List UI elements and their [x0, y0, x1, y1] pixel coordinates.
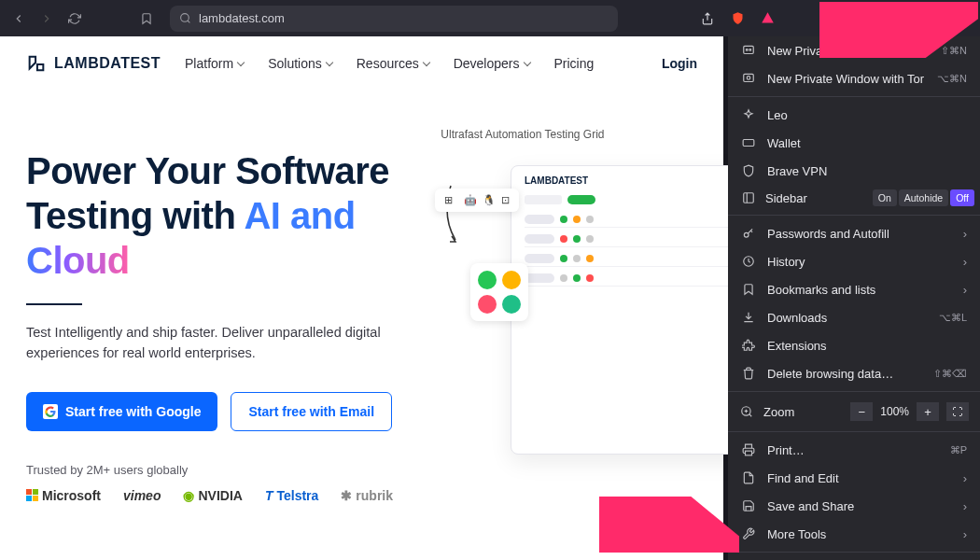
- shield-icon: [741, 163, 756, 178]
- key-icon: [741, 226, 756, 241]
- start-google-button[interactable]: Start free with Google: [26, 392, 217, 431]
- divider: [26, 303, 82, 305]
- svg-point-0: [181, 14, 189, 22]
- nav-developers[interactable]: Developers: [454, 56, 530, 71]
- partner-nvidia: ◉NVIDIA: [183, 488, 242, 503]
- svg-point-11: [747, 77, 750, 80]
- hero-subtitle: Test Intelligently and ship faster. Deli…: [26, 322, 418, 364]
- svg-marker-2: [762, 12, 774, 22]
- trusted-text: Trusted by 2M+ users globally: [26, 463, 431, 477]
- zoom-out-button[interactable]: −: [850, 402, 873, 421]
- tools-icon: [741, 526, 756, 541]
- bookmark-icon: [741, 282, 756, 297]
- menu-zoom: Zoom − 100% +: [728, 396, 980, 427]
- print-icon: [741, 442, 756, 457]
- puzzle-icon: [741, 338, 756, 353]
- menu-help[interactable]: Help›: [728, 556, 980, 560]
- sidebar-icon: [741, 190, 756, 205]
- nav-platform[interactable]: Platform: [185, 56, 244, 71]
- partner-logos: Microsoft vimeo ◉NVIDIA TTelstra ✱rubrik: [26, 488, 431, 503]
- menu-leo[interactable]: Leo: [728, 101, 980, 129]
- history-icon: [741, 254, 756, 269]
- browser-menu: New Private Window⇧⌘N New Private Window…: [728, 36, 980, 560]
- svg-line-1: [188, 21, 189, 22]
- document-icon: [741, 470, 756, 485]
- google-icon: [43, 404, 58, 419]
- svg-rect-12: [743, 140, 754, 147]
- webpage-content: LAMBDATEST Platform Solutions Resources …: [0, 36, 723, 560]
- trash-icon: [741, 366, 756, 381]
- fullscreen-button[interactable]: [946, 402, 969, 421]
- share-icon[interactable]: [697, 8, 718, 29]
- svg-line-18: [749, 414, 752, 417]
- url-bar[interactable]: lambdatest.com: [170, 6, 618, 32]
- sidebar-on-button[interactable]: On: [873, 189, 897, 206]
- tor-window-icon: [741, 71, 756, 86]
- svg-rect-21: [746, 451, 752, 455]
- nav-resources[interactable]: Resources: [357, 56, 429, 71]
- sidebar-off-button[interactable]: Off: [950, 189, 974, 206]
- reload-button[interactable]: [63, 7, 86, 30]
- menu-brave-vpn[interactable]: Brave VPN: [728, 157, 980, 185]
- menu-print[interactable]: Print…⌘P: [728, 436, 980, 464]
- save-icon: [741, 498, 756, 513]
- site-info-icon: [179, 12, 191, 24]
- svg-rect-13: [744, 193, 754, 203]
- zoom-in-button[interactable]: +: [917, 402, 939, 421]
- menu-find-edit[interactable]: Find and Edit›: [728, 464, 980, 492]
- site-logo[interactable]: LAMBDATEST: [26, 53, 161, 74]
- download-icon: [741, 310, 756, 325]
- hero-heading: Power Your Software Testing with AI and …: [26, 148, 431, 283]
- brave-rewards-icon[interactable]: [757, 8, 777, 29]
- partner-rubrik: ✱rubrik: [341, 488, 393, 503]
- login-link[interactable]: Login: [662, 56, 697, 71]
- os-icons: ⊞🤖🐧⊡: [435, 189, 519, 212]
- menu-save-share[interactable]: Save and Share›: [728, 492, 980, 520]
- menu-history[interactable]: History›: [728, 247, 980, 275]
- tool-icons: [470, 263, 528, 321]
- annotation-arrow-1: [819, 2, 978, 58]
- svg-line-26: [824, 13, 959, 47]
- sidebar-autohide-button[interactable]: Autohide: [899, 189, 948, 206]
- menu-bookmarks[interactable]: Bookmarks and lists›: [728, 275, 980, 303]
- sparkle-icon: [741, 107, 756, 122]
- menu-delete-browsing-data[interactable]: Delete browsing data…⇧⌘⌫: [728, 359, 980, 387]
- annotation-arrow-2: [599, 497, 739, 553]
- wallet-icon: [741, 135, 756, 150]
- brave-shield-icon[interactable]: [727, 8, 748, 29]
- nav-solutions[interactable]: Solutions: [268, 56, 332, 71]
- start-email-button[interactable]: Start free with Email: [231, 392, 392, 431]
- menu-more-tools[interactable]: More Tools›: [728, 520, 980, 548]
- partner-vimeo: vimeo: [123, 488, 161, 503]
- zoom-value: 100%: [873, 405, 917, 418]
- zoom-icon: [739, 404, 754, 419]
- svg-point-9: [749, 49, 751, 51]
- menu-downloads[interactable]: Downloads⌥⌘L: [728, 303, 980, 331]
- menu-sidebar[interactable]: Sidebar On Autohide Off: [728, 185, 980, 211]
- private-window-icon: [741, 43, 756, 58]
- menu-wallet[interactable]: Wallet: [728, 129, 980, 157]
- back-button[interactable]: [7, 7, 30, 30]
- svg-point-8: [746, 49, 748, 51]
- bookmark-icon[interactable]: [134, 7, 159, 31]
- partner-telstra: TTelstra: [265, 488, 318, 503]
- grid-label: Ultrafast Automation Testing Grid: [441, 128, 697, 141]
- forward-button[interactable]: [35, 7, 58, 30]
- nav-pricing[interactable]: Pricing: [554, 56, 595, 71]
- url-text: lambdatest.com: [199, 11, 285, 25]
- menu-passwords[interactable]: Passwords and Autofill›: [728, 219, 980, 247]
- svg-line-28: [604, 506, 721, 541]
- menu-new-tor-window[interactable]: New Private Window with Tor⌥⌘N: [728, 64, 980, 92]
- partner-microsoft: Microsoft: [26, 488, 101, 503]
- menu-extensions[interactable]: Extensions: [728, 331, 980, 359]
- svg-rect-7: [744, 46, 754, 53]
- svg-rect-10: [744, 74, 754, 81]
- site-header: LAMBDATEST Platform Solutions Resources …: [0, 36, 723, 91]
